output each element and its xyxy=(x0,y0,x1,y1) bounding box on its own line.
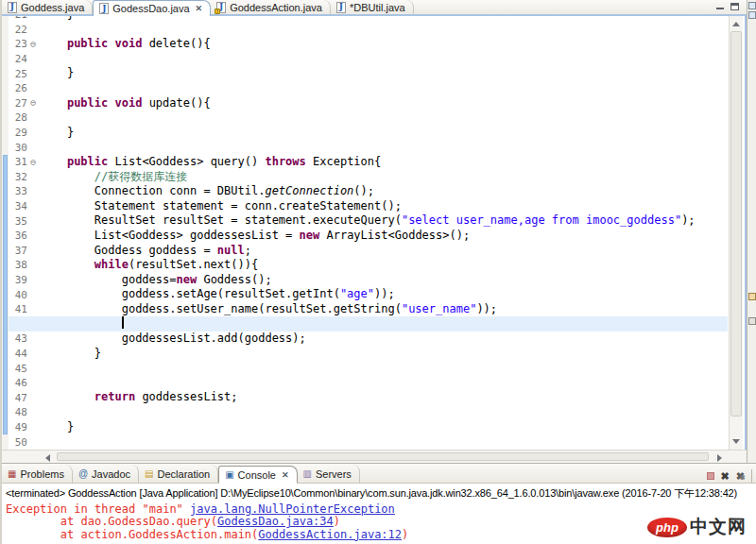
remove-launch-icon[interactable]: ✖ xyxy=(721,471,730,482)
code-line: goddess.setAge(resultSet.getInt("age")); xyxy=(40,287,728,302)
code-line: goddess.setUser_name(resultSet.getString… xyxy=(40,302,728,317)
editor-tab-godessdaojava[interactable]: JGodessDao.java✕ xyxy=(93,0,211,16)
fold-marker-icon[interactable]: ⊖ xyxy=(27,40,39,49)
line-number: 30 xyxy=(9,140,40,155)
line-number: 43 xyxy=(9,332,40,347)
code-line xyxy=(40,434,728,450)
line-number: 49 xyxy=(9,420,40,435)
console-tab-javadoc[interactable]: @Javadoc xyxy=(73,465,139,483)
editor-tab-label: Goddess.java xyxy=(21,2,84,13)
console-tab-problems[interactable]: ▦Problems xyxy=(2,465,73,483)
line-number: 25 xyxy=(9,66,40,81)
line-number: 23⊖ xyxy=(9,37,40,52)
fast-view-icon[interactable] xyxy=(748,317,756,325)
line-number: 41 xyxy=(9,302,40,317)
code-line xyxy=(40,376,728,391)
line-number: 36 xyxy=(9,229,40,244)
code-line xyxy=(40,140,728,155)
code-line xyxy=(40,52,728,67)
console-icon: ▣ xyxy=(225,470,233,480)
code-line: return goddessesList; xyxy=(40,390,728,405)
line-number: 28 xyxy=(9,110,40,126)
console-tab-declaration[interactable]: ▤Declaration xyxy=(139,465,218,483)
console-tab-label: Console xyxy=(238,469,276,481)
line-number: 48 xyxy=(9,405,40,420)
console-line: Exception in thread "main" java.lang.Nul… xyxy=(6,503,756,516)
fold-marker-icon[interactable]: ⊖ xyxy=(27,158,39,167)
editor-tab-label: *DBUtil.java xyxy=(350,2,405,13)
line-number: 39 xyxy=(9,273,40,288)
horizontal-scrollbar[interactable] xyxy=(2,450,747,463)
stacktrace-link[interactable]: java.lang.NullPointerException xyxy=(190,502,395,516)
code-line xyxy=(40,110,728,126)
line-number: 47 xyxy=(9,390,40,405)
terminate-icon[interactable] xyxy=(707,472,714,480)
editor-tab-goddessjava[interactable]: JGoddess.java xyxy=(2,0,93,14)
scroll-right-icon[interactable] xyxy=(717,454,722,462)
minimize-icon[interactable] xyxy=(716,3,725,9)
horizontal-scroll-thumb[interactable] xyxy=(57,452,709,461)
code-line: ResultSet resultSet = statement.executeQ… xyxy=(40,213,728,229)
code-lines[interactable]: } public void delete(){ } public void up… xyxy=(40,16,728,450)
text-cursor xyxy=(122,316,124,329)
warning-overlay-icon: ! xyxy=(215,8,220,14)
line-number: 32 xyxy=(9,170,40,185)
stderr-text: at dao.GodessDao.query( xyxy=(6,515,217,528)
eclipse-window: JGoddess.javaJGodessDao.java✕J!GoddessAc… xyxy=(0,0,756,544)
code-line: public void delete(){ xyxy=(40,37,728,52)
console-tab-bar: ▦Problems@Javadoc▤Declaration▣Console✕▥S… xyxy=(2,464,756,484)
line-number: 27⊖ xyxy=(9,96,40,111)
code-line: } xyxy=(40,126,728,141)
code-line: Connection conn = DBUtil.getConnection()… xyxy=(40,184,728,199)
code-line: } xyxy=(40,66,728,81)
stacktrace-link[interactable]: GoddessAction.java:12 xyxy=(258,528,402,541)
code-line: while(resultSet.next()){ xyxy=(40,258,728,273)
code-line: } xyxy=(40,420,728,435)
vertical-scrollbar[interactable] xyxy=(729,16,743,450)
outline-view-icon[interactable] xyxy=(748,293,756,300)
editor-tab-goddessactionjava[interactable]: J!GoddessAction.java xyxy=(211,0,331,14)
editor-tab-label: GodessDao.java xyxy=(112,3,189,14)
fast-view-icon[interactable] xyxy=(748,11,756,19)
line-number: 46 xyxy=(9,376,40,391)
stacktrace-link[interactable]: GodessDao.java:34 xyxy=(217,515,334,528)
vertical-scroll-thumb[interactable] xyxy=(730,31,742,416)
line-number: 38 xyxy=(9,258,40,273)
java-file-icon: J! xyxy=(216,2,226,13)
console-panel: ▦Problems@Javadoc▤Declaration▣Console✕▥S… xyxy=(2,463,756,544)
close-tab-icon[interactable]: ✕ xyxy=(196,4,203,13)
close-tab-icon[interactable]: ✕ xyxy=(282,470,289,480)
console-toolbar: ✖ ✖ xyxy=(707,469,756,483)
editor-tab-dbutiljava[interactable]: J*DBUtil.java xyxy=(331,0,414,14)
line-number: 34 xyxy=(9,199,40,214)
code-line: goddess=new Goddess(); xyxy=(40,273,728,288)
editor-tab-bar: JGoddess.javaJGodessDao.java✕J!GoddessAc… xyxy=(2,0,747,16)
scroll-left-icon[interactable] xyxy=(45,454,50,462)
code-line: public List<Goddess> query() throws Exce… xyxy=(40,155,728,170)
scroll-down-icon[interactable] xyxy=(732,439,740,444)
console-tab-label: Problems xyxy=(20,468,63,480)
java-file-icon: J xyxy=(336,2,346,13)
phpcn-logo: php 中文网 xyxy=(647,515,747,539)
console-process-title: <terminated> GoddessAction [Java Applica… xyxy=(2,484,756,502)
code-line xyxy=(40,361,728,376)
stderr-text: Exception in thread "main" xyxy=(6,502,190,516)
remove-all-launches-icon[interactable]: ✖ xyxy=(736,471,745,482)
console-tab-label: Javadoc xyxy=(92,468,130,480)
fold-marker-icon[interactable]: ⊖ xyxy=(27,98,39,108)
code-line: Goddess goddess = null; xyxy=(40,244,728,259)
toolbar-separator xyxy=(751,469,752,483)
code-line: List<Goddess> goddessesList = new ArrayL… xyxy=(40,229,728,244)
console-tab-console[interactable]: ▣Console✕ xyxy=(218,466,297,484)
minimized-view-strip xyxy=(747,0,756,463)
maximize-icon[interactable] xyxy=(730,3,739,10)
java-file-icon: J xyxy=(8,2,17,13)
java-file-icon: J xyxy=(99,3,109,14)
editor-tab-label: GoddessAction.java xyxy=(230,2,322,13)
line-number: 26 xyxy=(9,81,40,96)
scroll-up-icon[interactable] xyxy=(732,22,740,26)
code-editor[interactable]: 212223⊖24252627⊖28293031⊖323334353637383… xyxy=(2,16,747,450)
fast-view-icon[interactable] xyxy=(748,2,756,9)
code-line: } xyxy=(40,347,728,362)
console-tab-servers[interactable]: ▥Servers xyxy=(298,465,360,483)
